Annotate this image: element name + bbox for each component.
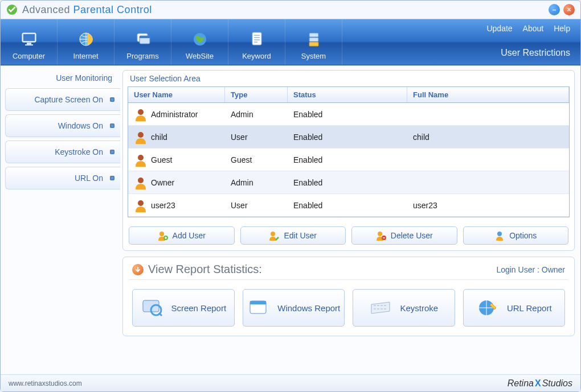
options-button[interactable]: Options [463,226,569,245]
monitor-icon [20,30,38,48]
sidebar-item-capture-screen[interactable]: Capture Screen On [5,88,120,111]
server-icon [305,30,323,48]
toolbar-website[interactable]: WebSite [171,19,228,65]
sidebar-item-windows[interactable]: Windows On [5,114,120,137]
sidebar-item-label: Capture Screen On [34,95,103,104]
table-row[interactable]: child User Enabled child [128,126,569,148]
cell-status: Enabled [288,110,407,119]
sidebar-item-url[interactable]: URL On [5,167,120,189]
table-body: Administrator Admin Enabled child User E… [128,103,569,217]
screen-report-button[interactable]: Screen Report [132,289,235,327]
toolbar-system[interactable]: System [285,19,342,65]
toolbar-label: Keyword [242,52,271,60]
document-icon [248,30,266,48]
login-user: Login User : Owner [496,265,565,274]
col-type[interactable]: Type [225,87,288,102]
toolbar-subtitle: User Restrictions [501,48,570,60]
globe-icon [77,30,95,48]
delete-user-icon [376,230,386,241]
sidebar-item-label: URL On [75,174,103,183]
svg-rect-3 [27,43,31,44]
toolbar-keyword[interactable]: Keyword [228,19,285,65]
table-row[interactable]: Guest Guest Enabled [128,148,569,171]
svg-point-18 [138,200,144,206]
edit-user-button[interactable]: Edit User [240,226,346,245]
button-label: Options [509,231,537,240]
svg-rect-29 [250,301,266,304]
main-toolbar: Computer Internet Programs WebSite Keywo… [1,19,580,65]
col-username[interactable]: User Name [128,87,225,102]
svg-rect-10 [252,32,261,45]
user-icon [134,176,148,189]
user-icon [134,108,148,121]
table-row[interactable]: Owner Admin Enabled [128,171,569,194]
button-label: Screen Report [171,303,226,313]
toolbar-links: Update About Help [486,24,570,33]
footer-brand: RetinaXStudios [508,378,572,389]
cell-username: child [151,133,167,142]
login-user-name: Owner [542,265,565,274]
col-status[interactable]: Status [288,87,407,102]
footer-url[interactable]: www.retinaxstudios.com [9,379,82,387]
cell-type: User [225,201,288,210]
link-help[interactable]: Help [554,24,570,33]
toolbar-right: Update About Help User Restrictions [342,19,580,65]
svg-point-15 [138,132,144,138]
svg-rect-4 [25,44,33,46]
sidebar-item-keystroke[interactable]: Keystroke On [5,141,120,163]
svg-point-19 [159,232,164,236]
user-table: User Name Type Status Full Name Administ… [128,86,570,217]
svg-point-16 [138,155,144,160]
user-icon [134,130,148,144]
button-label: Keystroke [400,303,438,313]
main-area: User Selection Area User Name Type Statu… [120,65,580,374]
cell-status: Enabled [288,133,407,142]
delete-user-button[interactable]: Delete User [351,226,457,245]
close-button[interactable]: × [563,4,575,15]
arrow-down-icon [132,264,144,275]
button-label: URL Report [507,303,552,313]
toolbar-computer[interactable]: Computer [1,19,58,65]
cell-status: Enabled [288,201,407,210]
button-label: Windows Report [277,303,340,313]
toolbar-label: System [301,52,326,60]
keyboard-icon [369,296,392,319]
url-report-button[interactable]: URL Report [463,289,566,327]
add-user-icon [158,230,168,241]
brand-part2: Studios [542,378,572,388]
windows-report-button[interactable]: Windows Report [243,289,345,327]
reports-header: View Report Statistics: Login User : Own… [129,259,568,280]
cell-fullname: user23 [407,201,569,210]
link-update[interactable]: Update [486,24,512,33]
toolbar-programs[interactable]: Programs [114,19,171,65]
cell-type: Admin [225,110,288,119]
sidebar-item-label: Windows On [58,121,103,130]
brand-x: X [535,378,541,388]
table-row[interactable]: user23 User Enabled user23 [128,194,569,217]
svg-rect-2 [23,34,35,41]
svg-point-21 [271,232,275,236]
cell-status: Enabled [288,155,407,164]
sidebar: User Monitoring Capture Screen On Window… [1,65,120,374]
table-row[interactable]: Administrator Admin Enabled [128,103,569,126]
footer: www.retinaxstudios.com RetinaXStudios [1,374,580,391]
toolbar-internet[interactable]: Internet [58,19,114,65]
minimize-button[interactable]: – [549,4,560,15]
keystroke-report-button[interactable]: Keystroke [353,289,455,327]
svg-point-17 [138,178,144,183]
col-fullname[interactable]: Full Name [407,87,569,102]
toolbar-items: Computer Internet Programs WebSite Keywo… [1,19,342,65]
user-icon [134,199,148,212]
add-user-button[interactable]: Add User [129,226,235,245]
brand-part1: Retina [508,378,534,388]
cell-fullname: child [407,133,569,142]
options-icon [494,230,505,241]
svg-line-27 [159,313,162,316]
svg-rect-12 [309,38,318,42]
link-about[interactable]: About [523,24,544,33]
url-report-icon [476,296,499,319]
svg-point-24 [497,232,502,236]
toolbar-label: Programs [126,52,158,60]
app-window: Advanced Parental Control – × Computer I… [0,0,581,392]
button-label: Edit User [284,231,317,240]
